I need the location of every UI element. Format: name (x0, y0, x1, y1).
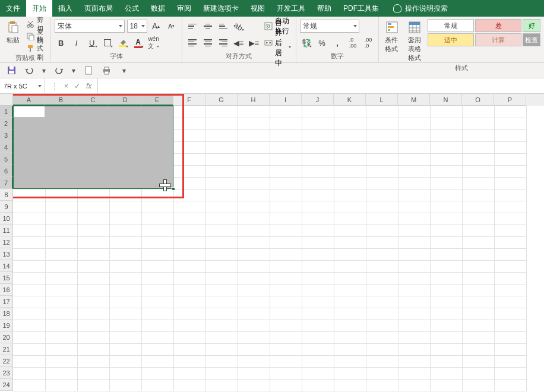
cell[interactable] (366, 201, 398, 213)
cell[interactable] (334, 355, 366, 367)
align-left-button[interactable] (186, 36, 199, 49)
row-header[interactable]: 2 (0, 118, 13, 129)
cell[interactable] (430, 236, 462, 248)
cell[interactable] (494, 141, 526, 153)
cell[interactable] (77, 201, 109, 213)
cell[interactable] (109, 189, 141, 201)
cell[interactable] (238, 129, 270, 141)
cell[interactable] (238, 189, 270, 201)
cell[interactable] (173, 118, 205, 129)
cell[interactable] (238, 213, 270, 225)
cell[interactable] (173, 129, 205, 141)
cell[interactable] (141, 308, 173, 320)
phonetic-button[interactable]: wén文 (147, 36, 160, 49)
cell[interactable] (77, 367, 109, 379)
cell[interactable] (141, 189, 173, 201)
cell[interactable] (462, 248, 494, 260)
cell[interactable] (302, 141, 334, 153)
paste-button[interactable]: 粘贴 (4, 19, 23, 46)
cell[interactable] (205, 153, 238, 165)
cell[interactable] (430, 129, 462, 141)
cell[interactable] (238, 260, 270, 272)
increase-font-button[interactable]: A▴ (150, 20, 163, 33)
cell[interactable] (141, 343, 173, 355)
cell[interactable] (270, 343, 302, 355)
menu-new-tab[interactable]: 新建选项卡 (197, 0, 245, 17)
cell[interactable] (173, 355, 205, 367)
cell[interactable] (173, 296, 205, 308)
cell[interactable] (45, 177, 77, 189)
redo-button[interactable] (53, 65, 64, 76)
cell[interactable] (462, 379, 494, 391)
cell[interactable] (270, 379, 302, 391)
cell[interactable] (398, 355, 430, 367)
fill-color-button[interactable] (116, 36, 129, 49)
currency-button[interactable]: 💱 (300, 36, 313, 49)
print-preview-button[interactable] (101, 65, 112, 76)
align-top-button[interactable] (186, 20, 199, 33)
cell[interactable] (141, 213, 173, 225)
cell[interactable] (366, 225, 398, 236)
cell[interactable] (173, 189, 205, 201)
cell[interactable] (141, 248, 173, 260)
column-header[interactable]: F (173, 94, 205, 106)
cell[interactable] (13, 296, 45, 308)
cell[interactable] (238, 201, 270, 213)
cell[interactable] (238, 296, 270, 308)
cell[interactable] (13, 153, 45, 165)
cell[interactable] (77, 331, 109, 343)
cell[interactable] (205, 189, 238, 201)
cell[interactable] (141, 284, 173, 296)
row-header[interactable]: 19 (0, 320, 13, 331)
cell[interactable] (270, 272, 302, 284)
cell[interactable] (45, 260, 77, 272)
column-header[interactable]: D (109, 94, 141, 106)
cell[interactable] (430, 272, 462, 284)
menu-data[interactable]: 数据 (145, 0, 171, 17)
cell[interactable] (398, 118, 430, 129)
cell[interactable] (173, 213, 205, 225)
cell[interactable] (45, 153, 77, 165)
cell[interactable] (13, 213, 45, 225)
cell[interactable] (462, 153, 494, 165)
cell[interactable] (462, 213, 494, 225)
cell[interactable] (141, 177, 173, 189)
row-header[interactable]: 24 (0, 379, 13, 391)
column-header[interactable]: L (366, 94, 398, 106)
row-header[interactable]: 12 (0, 236, 13, 248)
cell[interactable] (430, 225, 462, 236)
cell[interactable] (270, 106, 302, 118)
cell[interactable] (238, 165, 270, 177)
cell[interactable] (205, 296, 238, 308)
cell[interactable] (45, 129, 77, 141)
cell[interactable] (141, 296, 173, 308)
cell[interactable] (398, 189, 430, 201)
row-header[interactable]: 17 (0, 296, 13, 308)
cell[interactable] (13, 225, 45, 236)
cell[interactable] (141, 331, 173, 343)
cell[interactable] (270, 141, 302, 153)
cell[interactable] (109, 118, 141, 129)
cell[interactable] (302, 355, 334, 367)
cell[interactable] (366, 118, 398, 129)
cell[interactable] (173, 153, 205, 165)
cell[interactable] (77, 129, 109, 141)
cell[interactable] (45, 308, 77, 320)
cell[interactable] (205, 129, 238, 141)
cell[interactable] (494, 355, 526, 367)
increase-indent-button[interactable]: ▶≡ (248, 36, 261, 49)
cell[interactable] (13, 379, 45, 391)
cell[interactable] (205, 177, 238, 189)
cell[interactable] (430, 201, 462, 213)
cell[interactable] (270, 320, 302, 331)
cell[interactable] (302, 106, 334, 118)
cell[interactable] (430, 343, 462, 355)
cell[interactable] (109, 320, 141, 331)
cell[interactable] (109, 201, 141, 213)
row-header[interactable]: 5 (0, 153, 13, 165)
cell[interactable] (13, 129, 45, 141)
cell[interactable] (398, 177, 430, 189)
cell[interactable] (302, 177, 334, 189)
cell[interactable] (494, 320, 526, 331)
cell[interactable] (205, 248, 238, 260)
